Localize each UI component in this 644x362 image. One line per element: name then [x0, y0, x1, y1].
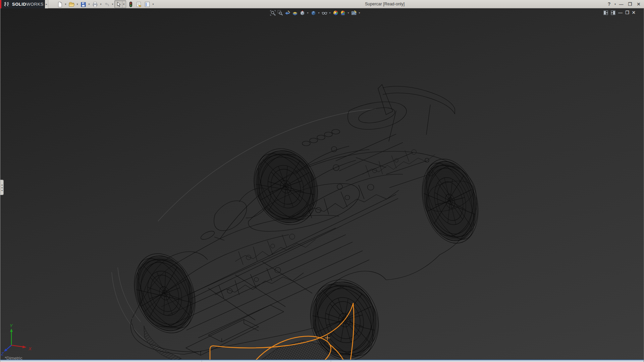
zoom-to-area-icon — [277, 10, 283, 16]
zoom-to-area-button[interactable] — [277, 9, 283, 16]
edit-appearance-icon — [333, 10, 338, 16]
chassis-detail-wireframe — [215, 149, 435, 298]
featuremanager-pane-toggle[interactable] — [603, 10, 608, 15]
select-tool-button[interactable]: ▾ — [114, 0, 126, 8]
apply-scene-icon — [340, 10, 346, 16]
triad-y-label: Y — [10, 323, 13, 328]
new-document-button[interactable] — [56, 0, 64, 8]
featuremanager-pane-icon — [603, 10, 608, 15]
print-icon — [92, 1, 98, 7]
close-button[interactable]: ✕ — [635, 0, 642, 8]
hide-show-items-dropdown[interactable]: ▾ — [328, 11, 331, 14]
window-controls: ? ▾ — ❐ ✕ — [606, 0, 642, 8]
open-document-icon — [68, 1, 74, 7]
select-cursor-icon — [115, 1, 121, 7]
zoom-to-fit-icon — [270, 10, 276, 16]
display-style-button[interactable] — [310, 9, 317, 16]
solidworks-logo-icon — [3, 2, 11, 7]
view-settings-dropdown[interactable]: ▾ — [358, 11, 361, 14]
hide-show-items-icon — [322, 10, 327, 16]
display-pane-icon — [611, 10, 615, 15]
display-style-icon — [311, 10, 316, 16]
open-document-button[interactable] — [67, 0, 75, 8]
options-button[interactable] — [143, 0, 151, 8]
undo-dropdown[interactable]: ▾ — [111, 0, 114, 8]
document-close-button[interactable]: ✕ — [632, 9, 636, 16]
undo-button[interactable] — [103, 0, 111, 8]
solidworks-wordmark: SOLIDWORKS — [12, 2, 44, 7]
open-document-dropdown[interactable]: ▾ — [76, 0, 79, 8]
section-view-button[interactable] — [291, 9, 298, 16]
wireframe-car-model[interactable] — [0, 8, 644, 362]
view-orientation-icon — [300, 10, 305, 16]
restore-button[interactable]: ❐ — [627, 0, 633, 8]
apply-scene-button[interactable] — [339, 9, 346, 16]
graphics-viewport[interactable]: ▾ ▾ ▾ — [0, 8, 644, 362]
options-icon — [144, 1, 150, 7]
minimize-button[interactable]: — — [618, 0, 625, 8]
document-restore-button[interactable]: ❐ — [625, 9, 629, 16]
previous-view-button[interactable] — [284, 9, 291, 16]
print-button[interactable] — [91, 0, 99, 8]
display-pane-toggle[interactable] — [611, 10, 615, 15]
wheel-rear-right — [402, 138, 498, 264]
solidworks-window: SOLIDWORKS ▸ ▾ ▾ — [0, 0, 644, 362]
heads-up-view-toolbar: ▾ ▾ ▾ — [269, 9, 361, 16]
status-pane-divider — [331, 360, 331, 362]
quick-access-toolbar: ▾ ▾ ▾ ▾ — [56, 0, 155, 8]
options-dropdown[interactable]: ▾ — [152, 0, 155, 8]
hide-show-items-button[interactable] — [321, 9, 328, 16]
display-style-dropdown[interactable]: ▾ — [317, 11, 320, 14]
wheel-front-left — [111, 230, 219, 357]
save-icon — [80, 1, 86, 7]
zoom-to-fit-button[interactable] — [269, 9, 276, 16]
apply-scene-dropdown[interactable]: ▾ — [347, 11, 350, 14]
document-minimize-button[interactable]: — — [618, 9, 623, 16]
title-bar: SOLIDWORKS ▸ ▾ ▾ — [0, 0, 644, 8]
select-tool-dropdown[interactable]: ▾ — [122, 0, 125, 8]
wordmark-light: WORKS — [26, 2, 44, 7]
rebuild-traffic-light-icon — [127, 1, 133, 7]
save-button[interactable] — [79, 0, 87, 8]
collapse-arrow-icon: ◂ — [1, 184, 3, 186]
diffuser-mesh — [259, 341, 329, 361]
triad-z-label: Z — [1, 351, 4, 355]
featuremanager-collapse-tab[interactable]: ◂ ◂ ◂ — [0, 180, 4, 195]
collapse-arrow-icon: ◂ — [1, 186, 3, 189]
view-orientation-dropdown[interactable]: ▾ — [306, 11, 309, 14]
new-document-icon — [57, 1, 63, 7]
section-view-icon — [292, 10, 298, 16]
collapse-arrow-icon: ◂ — [1, 189, 3, 191]
print-dropdown[interactable]: ▾ — [99, 0, 102, 8]
menu-expander-button[interactable]: ▸ — [45, 0, 48, 8]
view-settings-icon — [351, 10, 357, 16]
window-title: Supercar [Read-only] — [365, 2, 405, 6]
help-dropdown[interactable]: ▾ — [614, 3, 616, 6]
view-orientation-button[interactable] — [299, 9, 306, 16]
document-window-controls: — ❐ ✕ — [603, 9, 636, 16]
status-bar-edge — [0, 360, 644, 362]
edit-appearance-button[interactable] — [332, 9, 339, 16]
rebuild-button[interactable] — [126, 0, 135, 8]
orientation-triad: Y X Z — [0, 318, 37, 355]
view-settings-button[interactable] — [351, 9, 357, 16]
file-properties-icon — [136, 1, 142, 7]
previous-view-icon — [285, 10, 290, 16]
file-properties-button[interactable] — [135, 0, 143, 8]
undo-icon — [104, 1, 110, 7]
front-splitter-vents — [144, 326, 181, 361]
save-dropdown[interactable]: ▾ — [88, 0, 91, 8]
solidworks-logo: SOLIDWORKS — [0, 0, 45, 8]
wordmark-bold: SOLID — [12, 2, 26, 7]
new-document-dropdown[interactable]: ▾ — [64, 0, 67, 8]
triad-x-label: X — [28, 346, 32, 351]
help-button[interactable]: ? — [606, 0, 612, 8]
status-pane-divider — [202, 360, 202, 362]
